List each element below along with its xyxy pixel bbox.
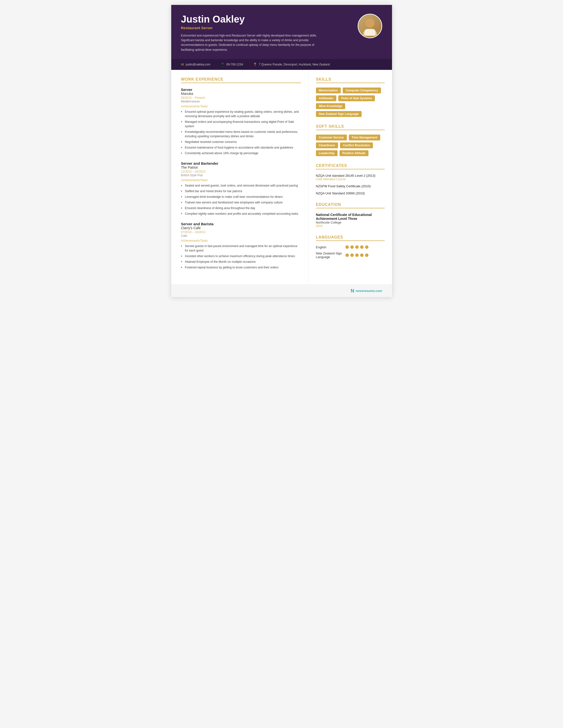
- edu-item: National Certificate of Educational Achi…: [316, 213, 385, 228]
- skill-tag: Computer Competency: [343, 88, 381, 93]
- achievements-label: Achievements/Tasks: [181, 178, 301, 182]
- cert-name: NZQA Unit Standard 20666 (2010): [316, 191, 385, 195]
- soft-skills-title: SOFT SKILLS: [316, 124, 385, 130]
- job-item: Server and Barista Clarry's Cafe 07/2010…: [181, 222, 301, 270]
- list-item: Fostered repeat business by getting to k…: [181, 265, 301, 270]
- footer: N novoresume.com: [171, 284, 392, 297]
- contact-phone: 📱 09-700-1234: [220, 63, 243, 66]
- list-item: Ensured maintenance of food hygiene in a…: [181, 145, 301, 150]
- certificates-section: CERTIFICATES NZQA Unit standard 28145 Le…: [316, 163, 385, 195]
- education-title: EDUCATION: [316, 202, 385, 208]
- lang-dot: [346, 253, 349, 257]
- job-bullets: Ensured optimal guest experience by seat…: [181, 110, 301, 155]
- lang-dot: [365, 245, 369, 249]
- location-icon: 📍: [253, 63, 257, 66]
- contact-address: 📍 7 Queens Parade, Devonport, Auckland, …: [253, 63, 330, 66]
- list-item: Knowledgeably recommended menu items bas…: [181, 130, 301, 138]
- lang-dot: [350, 253, 354, 257]
- education-section: EDUCATION National Certificate of Educat…: [316, 202, 385, 228]
- header-name: Justin Oakley: [181, 14, 350, 25]
- languages-section: LANGUAGES English New Zealand Sign Langu…: [316, 235, 385, 259]
- job-date: 06/2015 – Present: [181, 96, 301, 100]
- email-value: justin@oakley.com: [186, 63, 210, 66]
- lang-dot: [365, 253, 369, 257]
- edu-year: 2010: [316, 224, 385, 228]
- svg-rect-3: [365, 29, 375, 36]
- soft-skill-tag: Positive Attitude: [340, 150, 369, 156]
- lang-item: New Zealand Sign Language: [316, 251, 385, 259]
- body-section: WORK EXPERIENCE Server Manuka 06/2015 – …: [171, 70, 392, 284]
- skill-tag: Memorization: [316, 88, 341, 93]
- cert-item: NZQA Unit Standard 20666 (2010): [316, 191, 385, 195]
- lang-dot: [360, 245, 364, 249]
- job-title: Server: [181, 88, 301, 92]
- lang-dot: [350, 245, 354, 249]
- skill-tag: Arithmetic: [316, 95, 336, 101]
- left-column: WORK EXPERIENCE Server Manuka 06/2015 – …: [171, 70, 309, 284]
- phone-value: 09-700-1234: [226, 63, 243, 66]
- lang-dot: [355, 245, 359, 249]
- skills-tags: MemorizationComputer CompetencyArithmeti…: [316, 88, 385, 117]
- lang-name: English: [316, 245, 346, 249]
- brand-icon: N: [351, 288, 354, 294]
- job-company: Manuka: [181, 92, 301, 96]
- soft-skill-tag: Conflict Resolution: [340, 142, 373, 148]
- job-item: Server and Bartender The Patriot 11/2013…: [181, 161, 301, 216]
- lang-dots: [346, 253, 369, 257]
- list-item: Compiled nightly sales numbers and profi…: [181, 212, 301, 216]
- list-item: Seated and served guests, took orders, a…: [181, 183, 301, 188]
- resume-container: Justin Oakley Restaurant Server Extrover…: [171, 5, 392, 297]
- job-type: British-Style Pub: [181, 174, 301, 177]
- lang-dot: [355, 253, 359, 257]
- cert-item: NZQA Unit standard 28145 Level 2 (2013) …: [316, 174, 385, 181]
- skill-tag: New Zealand Sign Language: [316, 111, 362, 117]
- skills-section: SKILLS MemorizationComputer CompetencyAr…: [316, 77, 385, 117]
- list-item: Negotiated resolved customer concerns: [181, 140, 301, 144]
- job-item: Server Manuka 06/2015 – Present Mediterr…: [181, 88, 301, 155]
- job-type: Cafe: [181, 234, 301, 238]
- cert-item: NZSFW Food Safety Certificate (2010): [316, 184, 385, 188]
- achievements-label: Achievements/Tasks: [181, 239, 301, 242]
- soft-skills-section: SOFT SKILLS Customer ServiceTime Managem…: [316, 124, 385, 156]
- lang-dot: [346, 245, 349, 249]
- languages-title: LANGUAGES: [316, 235, 385, 241]
- skill-tag: Point of Sale Systems: [338, 95, 375, 101]
- header-title: Restaurant Server: [181, 26, 350, 30]
- jobs-container: Server Manuka 06/2015 – Present Mediterr…: [181, 88, 301, 270]
- soft-skill-tag: Customer Service: [316, 135, 347, 140]
- lang-name: New Zealand Sign Language: [316, 251, 346, 259]
- header-section: Justin Oakley Restaurant Server Extrover…: [171, 5, 392, 59]
- achievements-label: Achievements/Tasks: [181, 105, 301, 108]
- job-company: The Patriot: [181, 165, 301, 169]
- work-experience-title: WORK EXPERIENCE: [181, 77, 301, 83]
- skills-title: SKILLS: [316, 77, 385, 83]
- edu-school: Northcote College: [316, 221, 385, 224]
- email-icon: ✉: [181, 63, 184, 66]
- job-bullets: Served guests in fast-paced environment …: [181, 244, 301, 270]
- brand-logo: N novoresume.com: [351, 288, 382, 294]
- header-summary: Extroverted and experienced high-end Res…: [181, 33, 323, 52]
- certificates-title: CERTIFICATES: [316, 163, 385, 169]
- svg-point-2: [366, 19, 374, 27]
- lang-dots: [346, 245, 369, 249]
- address-value: 7 Queens Parade, Devonport, Auckland, Ne…: [259, 63, 330, 66]
- list-item: Served guests in fast-paced environment …: [181, 244, 301, 253]
- certs-container: NZQA Unit standard 28145 Level 2 (2013) …: [316, 174, 385, 195]
- header-left: Justin Oakley Restaurant Server Extrover…: [181, 14, 350, 52]
- cert-name: NZQA Unit standard 28145 Level 2 (2013): [316, 174, 385, 177]
- list-item: Attained Employee of the Month on multip…: [181, 260, 301, 264]
- job-date: 07/2010 – 10/2013: [181, 230, 301, 234]
- phone-icon: 📱: [220, 63, 224, 66]
- job-title: Server and Barista: [181, 222, 301, 226]
- job-title: Server and Bartender: [181, 161, 301, 165]
- list-item: Staffed bar and mixed drinks for bar pat…: [181, 189, 301, 193]
- work-experience-section: WORK EXPERIENCE Server Manuka 06/2015 – …: [181, 77, 301, 270]
- job-type: Mediterranean: [181, 100, 301, 103]
- list-item: Trained new servers and familiarized new…: [181, 200, 301, 205]
- edu-degree: National Certificate of Educational Achi…: [316, 213, 385, 221]
- contact-bar: ✉ justin@oakley.com 📱 09-700-1234 📍 7 Qu…: [171, 59, 392, 70]
- job-date: 11/2013 – 04/2015: [181, 170, 301, 173]
- list-item: Leveraged drink knowledge to make craft …: [181, 195, 301, 199]
- list-item: Consistently achieved above 18% charge t…: [181, 151, 301, 155]
- soft-skills-tags: Customer ServiceTime ManagementCleanline…: [316, 135, 385, 156]
